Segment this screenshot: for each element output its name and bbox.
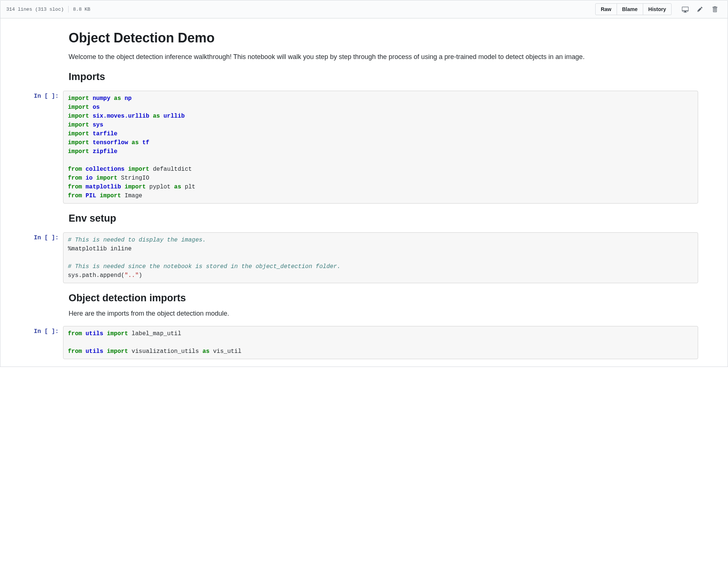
history-button[interactable]: History (643, 3, 672, 15)
code-content[interactable]: # This is needed to display the images. … (63, 232, 698, 283)
markdown-cell-objdet: Object detection imports Here are the im… (69, 292, 698, 319)
file-size: 8.8 KB (73, 7, 90, 12)
trash-icon[interactable] (708, 4, 722, 15)
code-cell-objdet: In [ ]: from utils import label_map_util… (8, 326, 720, 359)
file-actions: Raw Blame History (595, 3, 722, 15)
cell-prompt: In [ ]: (8, 91, 63, 102)
notebook: Object Detection Demo Welcome to the obj… (0, 30, 728, 359)
file-body: Object Detection Demo Welcome to the obj… (0, 18, 728, 367)
code-cell-env: In [ ]: # This is needed to display the … (8, 232, 720, 283)
markdown-cell-env: Env setup (69, 212, 698, 225)
objdet-paragraph: Here are the imports from the object det… (69, 309, 698, 319)
info-divider (68, 6, 69, 13)
cell-prompt: In [ ]: (8, 326, 63, 337)
desktop-icon[interactable] (677, 4, 693, 15)
heading-objdet-imports: Object detection imports (69, 292, 698, 305)
file-info: 314 lines (313 sloc) 8.8 KB (6, 6, 90, 13)
raw-button[interactable]: Raw (595, 3, 617, 15)
cell-prompt: In [ ]: (8, 232, 63, 243)
heading-env-setup: Env setup (69, 212, 698, 225)
pencil-icon[interactable] (693, 4, 708, 14)
code-content[interactable]: from utils import label_map_util from ut… (63, 326, 698, 359)
lines-count: 314 lines (313 sloc) (6, 7, 64, 12)
page-title: Object Detection Demo (69, 30, 698, 46)
file-header: 314 lines (313 sloc) 8.8 KB Raw Blame Hi… (0, 0, 728, 18)
heading-imports: Imports (69, 71, 698, 83)
blame-button[interactable]: Blame (617, 3, 643, 15)
intro-paragraph: Welcome to the object detection inferenc… (69, 52, 698, 62)
button-group: Raw Blame History (595, 3, 672, 15)
code-cell-imports: In [ ]: import numpy as np import os imp… (8, 91, 720, 204)
code-content[interactable]: import numpy as np import os import six.… (63, 91, 698, 204)
markdown-cell-title: Object Detection Demo Welcome to the obj… (69, 30, 698, 83)
